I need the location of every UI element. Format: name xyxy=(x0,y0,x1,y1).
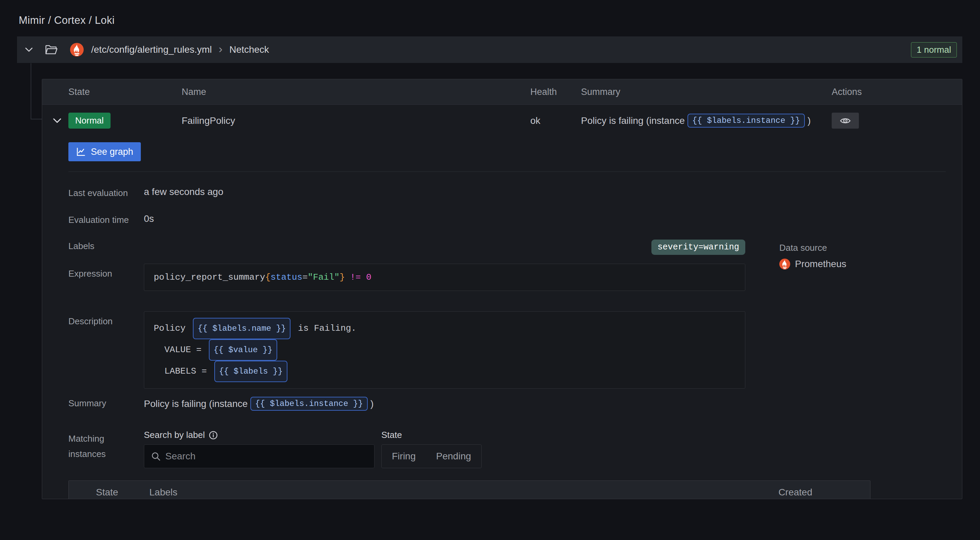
see-graph-button[interactable]: See graph xyxy=(68,142,141,161)
see-graph-label: See graph xyxy=(91,147,134,157)
tree-connector-horizontal xyxy=(30,119,42,119)
description-text: Policy xyxy=(154,323,191,333)
collapse-rule-chevron-down-icon[interactable] xyxy=(42,118,68,123)
expression-token: "Fail" xyxy=(308,272,340,282)
expression-token xyxy=(345,272,350,282)
state-filter-label: State xyxy=(381,430,402,440)
header-name: Name xyxy=(181,87,530,97)
expression-token xyxy=(361,272,366,282)
expression-label: Expression xyxy=(68,264,144,279)
alert-rules-page: { "page": { "title": "Mimir / Cortex / L… xyxy=(0,0,980,540)
search-input[interactable] xyxy=(165,451,368,462)
search-by-label-label: Search by label xyxy=(144,430,205,440)
tree-connector-vertical xyxy=(30,63,31,119)
folder-icon xyxy=(45,44,58,55)
magnifier-icon xyxy=(151,452,161,461)
view-rule-button[interactable] xyxy=(832,113,859,129)
state-filter-buttons: Firing Pending xyxy=(381,444,482,468)
rule-health: ok xyxy=(530,115,581,126)
summary-label: Summary xyxy=(68,397,144,409)
rule-row: Normal FailingPolicy ok Policy is failin… xyxy=(42,105,962,137)
instances-header-labels: Labels xyxy=(150,487,178,498)
group-status-badge: 1 normal xyxy=(911,42,957,57)
rule-name: FailingPolicy xyxy=(181,115,530,126)
instances-header-created: Created xyxy=(778,487,812,498)
description-text: LABELS = xyxy=(154,366,212,376)
page-title: Mimir / Cortex / Loki xyxy=(19,14,115,27)
description-line: LABELS = {{ $labels }} xyxy=(154,361,735,382)
details-divider xyxy=(68,172,946,172)
description-text: VALUE = xyxy=(154,345,207,355)
matching-instances-row: Matching instances Search by label xyxy=(68,430,946,468)
template-chip: {{ $labels.name }} xyxy=(193,318,291,339)
search-by-label-group: Search by label xyxy=(144,430,374,468)
rule-state-badge: Normal xyxy=(68,113,111,129)
firing-filter-button[interactable]: Firing xyxy=(382,445,426,468)
evaluation-time-label: Evaluation time xyxy=(68,213,144,225)
collapse-group-chevron-down-icon[interactable] xyxy=(25,47,33,52)
prometheus-icon xyxy=(70,43,84,56)
summary-prefix: Policy is failing (instance xyxy=(144,398,248,409)
instances-header-state: State xyxy=(96,487,150,498)
prometheus-icon xyxy=(779,259,790,269)
template-chip: {{ $labels.instance }} xyxy=(687,114,805,127)
evaluation-time-row: Evaluation time 0s xyxy=(68,213,946,225)
rules-panel: State Name Health Summary Actions Normal… xyxy=(42,79,963,499)
rule-summary-prefix: Policy is failing (instance xyxy=(581,115,685,126)
expression-token: status xyxy=(270,272,302,282)
evaluation-time-value: 0s xyxy=(144,213,154,224)
expression-code[interactable]: policy_report_summary{status="Fail"} != … xyxy=(144,264,745,291)
namespace-path-link[interactable]: /etc/config/alerting_rules.yml xyxy=(91,44,212,55)
rules-table-header: State Name Health Summary Actions xyxy=(42,79,962,105)
summary-value: Policy is failing (instance{{ $labels.in… xyxy=(144,397,374,411)
group-name: Netcheck xyxy=(229,44,269,55)
datasource-name: Prometheus xyxy=(795,259,846,269)
pending-filter-button[interactable]: Pending xyxy=(426,445,481,468)
header-actions: Actions xyxy=(832,87,962,97)
last-evaluation-row: Last evaluation a few seconds ago xyxy=(68,186,946,198)
severity-label-badge: severity=warning xyxy=(651,239,745,255)
header-state: State xyxy=(68,87,181,97)
line-chart-icon xyxy=(76,147,86,157)
datasource-label: Data source xyxy=(779,243,846,253)
labels-label: Labels xyxy=(68,239,144,252)
matching-instances-label: Matching instances xyxy=(68,430,126,462)
expression-token: { xyxy=(265,272,271,282)
expression-token: 0 xyxy=(366,272,371,282)
description-row: Description Policy {{ $labels.name }} is… xyxy=(68,311,946,389)
template-chip: {{ $labels }} xyxy=(214,361,288,382)
template-chip: {{ $value }} xyxy=(209,339,277,361)
description-line: VALUE = {{ $value }} xyxy=(154,339,735,361)
description-text: is Failing. xyxy=(293,323,356,333)
last-evaluation-label: Last evaluation xyxy=(68,186,144,198)
rule-summary-suffix: ) xyxy=(808,115,811,126)
datasource-block: Data source Prometheus xyxy=(779,243,846,269)
search-input-wrapper xyxy=(144,444,374,468)
summary-row: Summary Policy is failing (instance{{ $l… xyxy=(68,397,946,411)
rule-group-bar[interactable]: /etc/config/alerting_rules.yml › Netchec… xyxy=(17,37,963,63)
eye-icon xyxy=(840,117,851,124)
expression-token: != xyxy=(350,272,361,282)
state-filter-group: State Firing Pending xyxy=(381,430,482,468)
header-health: Health xyxy=(530,87,581,97)
template-chip: {{ $labels.instance }} xyxy=(250,397,368,411)
summary-suffix: ) xyxy=(371,398,374,409)
last-evaluation-value: a few seconds ago xyxy=(144,186,223,198)
header-summary: Summary xyxy=(581,87,832,97)
description-label: Description xyxy=(68,311,144,327)
rule-summary: Policy is failing (instance{{ $labels.in… xyxy=(581,114,832,127)
description-box: Policy {{ $labels.name }} is Failing. VA… xyxy=(144,311,745,389)
info-icon[interactable] xyxy=(209,431,218,440)
expression-token: } xyxy=(339,272,345,282)
expression-token: policy_report_summary xyxy=(154,272,265,282)
expression-token: = xyxy=(302,272,308,282)
instances-table-header: State Labels Created xyxy=(68,481,870,499)
description-line: Policy {{ $labels.name }} is Failing. xyxy=(154,318,735,339)
breadcrumb-separator: › xyxy=(219,43,223,56)
rule-details: See graph Data source Prometheus Last ev… xyxy=(42,137,962,499)
